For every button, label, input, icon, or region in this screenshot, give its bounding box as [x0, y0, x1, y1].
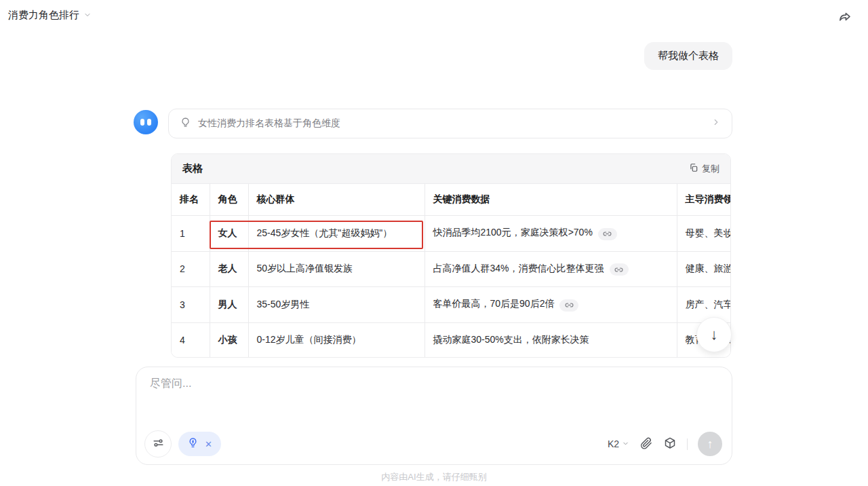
chevron-down-icon: [622, 438, 629, 449]
cell-group: 35-50岁男性: [248, 287, 425, 323]
assistant-avatar: [134, 110, 158, 134]
col-header-role: 角色: [210, 184, 248, 216]
cell-metric: 快消品季均2100元，家庭决策权>70%: [425, 216, 677, 252]
cell-rank: 4: [172, 322, 210, 357]
table-card-header: 表格 复制: [172, 154, 730, 184]
share-button[interactable]: [835, 8, 854, 27]
thinking-mode-chip[interactable]: ✕: [178, 432, 221, 456]
table-card: 表格 复制 排名 角色 核心群体 关键消费数据: [171, 153, 731, 358]
page-title: 消费力角色排行: [8, 9, 79, 22]
cell-metric: 客单价最高，70后是90后2倍: [425, 287, 677, 323]
cell-role: 男人: [210, 287, 248, 323]
cell-domains: 健康、旅游: [677, 251, 730, 287]
chevron-down-icon: [83, 10, 92, 22]
cell-rank: 2: [172, 251, 210, 287]
ai-disclaimer: 内容由AI生成，请仔细甄别: [0, 471, 868, 483]
copy-label: 复制: [702, 163, 719, 175]
citation-link-icon[interactable]: [610, 263, 629, 276]
col-header-group: 核心群体: [248, 184, 425, 216]
attach-file-button[interactable]: [639, 436, 653, 452]
paperclip-icon: [639, 436, 653, 452]
metric-text: 客单价最高，70后是90后2倍: [433, 298, 555, 309]
arrow-up-icon: ↑: [707, 437, 713, 451]
cube-icon: [663, 436, 677, 452]
lightbulb-bolt-icon: [187, 437, 199, 451]
tools-cube-button[interactable]: [663, 436, 677, 452]
table-wrap: 排名 角色 核心群体 关键消费数据 主导消费领域 1 女人 25-45岁女性（尤…: [172, 184, 730, 357]
conversation-title[interactable]: 消费力角色排行: [8, 9, 92, 22]
send-button[interactable]: ↑: [698, 432, 722, 456]
table-row: 1 女人 25-45岁女性（尤其"超级妈妈"） 快消品季均2100元，家庭决策权…: [172, 216, 730, 252]
tune-settings-button[interactable]: [144, 430, 172, 457]
user-message-bubble: 帮我做个表格: [644, 42, 732, 70]
cell-role: 老人: [210, 251, 248, 287]
cell-rank: 1: [172, 216, 210, 252]
cell-group: 50岁以上高净值银发族: [248, 251, 425, 287]
col-header-domains: 主导消费领域: [677, 184, 730, 216]
composer: ✕ K2: [136, 367, 732, 465]
metric-text: 快消品季均2100元，家庭决策权>70%: [433, 227, 593, 238]
cell-role: 女人: [210, 216, 248, 252]
avatar-eye: [147, 119, 151, 126]
lightbulb-icon: [180, 117, 191, 131]
col-header-rank: 排名: [172, 184, 210, 216]
composer-toolbar: ✕ K2: [144, 430, 722, 457]
chevron-right-icon: [711, 117, 721, 130]
model-selector[interactable]: K2: [608, 438, 629, 449]
arrow-down-icon: ↓: [711, 326, 718, 343]
citation-link-icon[interactable]: [559, 299, 578, 312]
cell-group: 0-12岁儿童（间接消费）: [248, 322, 425, 357]
share-icon: [837, 16, 852, 26]
chat-input[interactable]: [150, 377, 713, 424]
cell-domains: 房产、汽车: [677, 287, 730, 323]
scroll-to-bottom-button[interactable]: ↓: [696, 317, 732, 352]
thinking-summary-text: 女性消费力排名表格基于角色维度: [198, 117, 705, 130]
cell-metric: 占高净值人群34%，消费信心比整体更强: [425, 251, 677, 287]
copy-table-button[interactable]: 复制: [689, 163, 719, 175]
cell-rank: 3: [172, 287, 210, 323]
cell-metric: 撬动家庭30-50%支出，依附家长决策: [425, 322, 677, 357]
copy-icon: [689, 163, 698, 174]
table-card-title: 表格: [182, 162, 203, 175]
table-row: 4 小孩 0-12岁儿童（间接消费） 撬动家庭30-50%支出，依附家长决策 教…: [172, 322, 730, 357]
cell-group: 25-45岁女性（尤其"超级妈妈"）: [248, 216, 425, 252]
app-screen: 消费力角色排行 帮我做个表格 女性消费力排名表格基于角色维度: [0, 0, 868, 486]
col-header-metric: 关键消费数据: [425, 184, 677, 216]
data-table: 排名 角色 核心群体 关键消费数据 主导消费领域 1 女人 25-45岁女性（尤…: [172, 184, 730, 357]
table-row: 2 老人 50岁以上高净值银发族 占高净值人群34%，消费信心比整体更强 健康、…: [172, 251, 730, 287]
model-label: K2: [608, 438, 619, 449]
citation-link-icon[interactable]: [598, 228, 617, 240]
sliders-icon: [152, 436, 165, 451]
chip-close-icon[interactable]: ✕: [205, 440, 212, 449]
table-header-row: 排名 角色 核心群体 关键消费数据 主导消费领域: [172, 184, 730, 216]
cell-domains: 母婴、美妆: [677, 216, 730, 252]
table-row: 3 男人 35-50岁男性 客单价最高，70后是90后2倍 房产、汽车: [172, 287, 730, 323]
cell-role: 小孩: [210, 322, 248, 357]
avatar-eye: [140, 119, 144, 126]
metric-text: 占高净值人群34%，消费信心比整体更强: [433, 263, 604, 274]
toolbar-divider: [687, 438, 688, 450]
thinking-summary-bar[interactable]: 女性消费力排名表格基于角色维度: [168, 109, 732, 138]
